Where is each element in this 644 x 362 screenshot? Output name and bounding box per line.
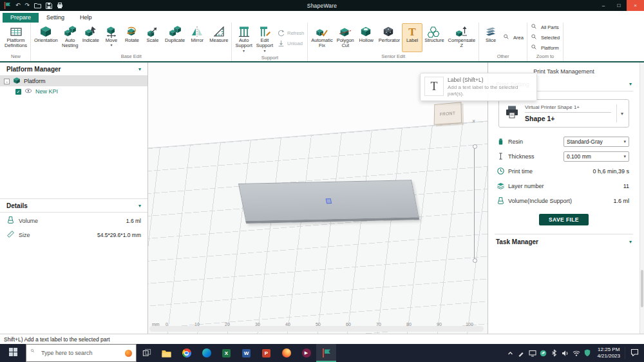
volume-value: 1.6 ml [126,218,141,224]
polygon-cut-button[interactable]: Polygon Cut [335,23,356,52]
action-center-button[interactable] [625,347,644,359]
tree-expander-icon[interactable]: - [4,79,10,84]
slice-icon [484,24,497,38]
eye-icon[interactable] [24,87,32,96]
shield-icon[interactable] [582,349,592,357]
size-value: 54.5*29.6*1.0 mm [97,232,141,238]
tree-item-platform[interactable]: - Platform [0,76,147,86]
save-icon[interactable] [46,3,52,9]
maximize-button[interactable]: □ [611,0,627,11]
platform-definitions-button[interactable]: Platform Definitions [3,23,29,52]
tree-item-new-kpi[interactable]: ✓ New KPI [0,86,147,97]
open-file-icon[interactable] [34,3,41,8]
move-button[interactable]: Move▾ [101,23,122,52]
view-cube-close-icon[interactable]: × [472,118,475,124]
measure-button[interactable]: Measure [207,23,230,52]
auto-nesting-button[interactable]: Auto Nesting [60,23,80,52]
platform-manager-title: Platform Manager [6,66,61,73]
ruler-tick: 90 [437,322,442,327]
hidden-icons-caret[interactable] [505,350,516,357]
edge-icon[interactable] [196,344,216,362]
ruler-tick: 20 [225,322,230,327]
volume-icon[interactable] [560,350,571,357]
structure-button[interactable]: Structure [422,23,446,52]
printer-dropdown-caret-icon[interactable]: ▾ [616,104,623,122]
task-view-icon[interactable] [137,344,156,362]
ribbon-group-zoom-to: All PartsSelectedPlatformZoom to [527,23,564,61]
viewport-3d[interactable]: FRONT × mm 0102030405060708090100 [148,62,488,334]
details-chevron-icon[interactable]: ▾ [138,203,141,209]
auto-support-icon [238,24,251,38]
perforator-button[interactable]: Perforator [377,23,402,52]
zoom-platform-button[interactable]: Platform [531,44,560,52]
area-button[interactable]: Area [503,33,524,42]
excel-icon[interactable]: X [216,344,236,362]
file-explorer-icon[interactable] [156,344,176,362]
tooltip-title: Label (Shift+L) [448,77,525,83]
rotate-button[interactable]: Rotate [122,23,142,52]
pen-icon[interactable] [516,350,527,357]
hollow-button[interactable]: Hollow [356,23,377,52]
thickness-icon [496,152,506,160]
automatic-fix-button[interactable]: Automatic Fix [309,23,334,52]
orientation-button[interactable]: Orientation [32,23,60,52]
scrollbar-thumb[interactable] [641,270,643,307]
ribbon-group-label: Zoom to [529,52,562,61]
detail-row-size: Size 54.5*29.6*1.0 mm [0,227,147,241]
minimize-button[interactable]: – [596,0,611,11]
tab-setting[interactable]: Setting [39,13,72,23]
slice-button[interactable]: Slice [480,23,501,52]
powerpoint-icon[interactable]: P [256,344,276,362]
print-icon[interactable] [57,3,63,8]
app-logo-icon[interactable] [4,2,11,9]
bluetooth-icon[interactable] [549,349,560,357]
right-panel-scrollbar[interactable] [639,62,644,334]
shapeware-taskbar-icon[interactable] [316,344,336,362]
resin-select[interactable]: Standard-Gray▾ [564,137,629,147]
compensate-z-button[interactable]: Compensate Z [446,23,478,52]
eco-icon[interactable] [538,350,549,357]
printer-selector[interactable]: Virtual Printer Shape 1+ Shape 1+ ▾ [498,99,629,128]
indicate-icon [84,24,97,38]
undo-icon[interactable]: ↶ [15,3,21,8]
windows-taskbar: Type here to search XWP▶ 12:25 PM 4/21/2… [0,344,644,362]
status-text: Shift+L) Add a text label to the selecte… [4,336,110,343]
word-icon[interactable]: W [236,344,256,362]
automatic-fix-icon [316,24,328,38]
task-manager-section[interactable]: Task Manager ▾ [495,234,633,245]
auto-support-button[interactable]: Auto Support▾ [233,23,254,53]
zoom-selected-button[interactable]: Selected [531,33,560,42]
scale-button[interactable]: Scale [142,23,163,52]
indicate-button[interactable]: Indicate [80,23,101,52]
edit-support-button[interactable]: Edit Support▾ [254,23,275,53]
collapse-chevron-icon[interactable]: ▾ [138,66,141,72]
viewport-ruler: mm 0102030405060708090100 [149,322,484,332]
visibility-checkbox[interactable]: ✓ [15,89,21,95]
scale-icon [146,24,159,38]
print-setting-chevron-icon[interactable]: ▾ [629,81,632,87]
start-button[interactable] [0,344,26,362]
redo-icon[interactable]: ↷ [25,3,30,8]
thickness-select[interactable]: 0.100 mm▾ [564,151,629,162]
mirror-button[interactable]: Mirror [187,23,207,52]
tab-prepare[interactable]: Prepare [3,13,39,23]
media-player-icon[interactable]: ▶ [296,344,316,362]
view-cube[interactable]: FRONT [434,102,462,125]
zoom-all-parts-button[interactable]: All Parts [531,23,560,32]
axis-indicator-line [474,148,475,259]
chrome-icon[interactable] [176,344,196,362]
taskbar-search-input[interactable]: Type here to search [26,344,137,362]
tab-help[interactable]: Help [72,13,100,23]
duplicate-button[interactable]: Duplicate [163,23,187,52]
save-file-button[interactable]: SAVE FILE [539,214,589,225]
model-part[interactable] [238,180,419,224]
selection-handle[interactable] [326,198,332,204]
taskbar-clock[interactable]: 12:25 PM 4/21/2023 [592,347,625,360]
task-manager-chevron-icon[interactable]: ▾ [629,239,632,245]
network-icon[interactable] [571,350,582,356]
firefox-icon[interactable] [276,344,296,362]
close-button[interactable]: × [627,0,644,11]
ruler-tick: 40 [285,322,290,327]
monitor-icon[interactable] [527,350,538,357]
label-button[interactable]: TLabel [402,23,422,52]
